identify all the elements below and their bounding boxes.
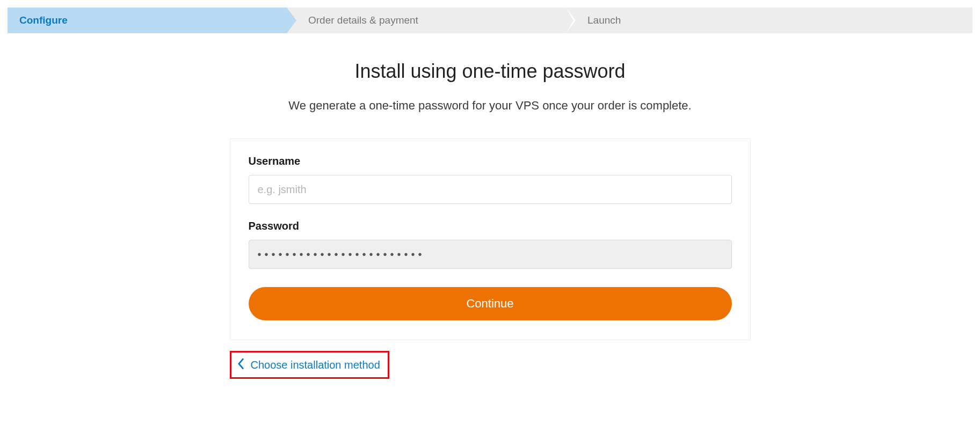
stepper: Configure Order details & payment Launch [8,8,972,33]
page-title: Install using one-time password [0,60,980,83]
chevron-left-icon [237,358,245,372]
password-label: Password [249,220,732,232]
continue-button[interactable]: Continue [249,287,732,320]
username-group: Username [249,155,732,204]
step-configure[interactable]: Configure [8,8,287,33]
step-launch[interactable]: Launch [566,8,972,33]
step-label: Configure [19,14,68,26]
step-label: Order details & payment [308,14,418,26]
password-group: Password •••••••••••••••••••••••• [249,220,732,269]
username-input[interactable] [249,175,732,204]
password-display: •••••••••••••••••••••••• [249,240,732,269]
step-order-details[interactable]: Order details & payment [287,8,566,33]
step-label: Launch [587,14,621,26]
back-link-label: Choose installation method [251,359,380,371]
page-subtitle: We generate a one-time password for your… [0,99,980,113]
form-card: Username Password ••••••••••••••••••••••… [230,138,751,340]
username-label: Username [249,155,732,167]
choose-installation-method-link[interactable]: Choose installation method [230,351,389,379]
